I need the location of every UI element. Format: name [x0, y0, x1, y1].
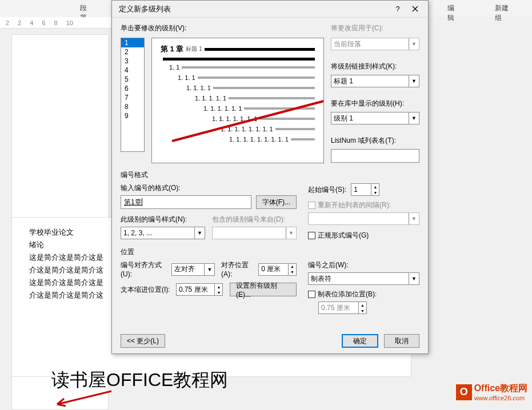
listnum-input[interactable] [331, 149, 419, 163]
spin-up-icon[interactable]: ▲ [289, 264, 296, 270]
wm-title: Office教程网 [474, 383, 527, 395]
follow-number-combo[interactable]: 制表符▼ [308, 272, 419, 285]
ruler-tick: 10 [66, 19, 73, 26]
spin-up-icon[interactable]: ▲ [215, 284, 222, 290]
number-style-combo[interactable]: 1, 2, 3, ...▼ [121, 227, 205, 239]
align-at-label: 对齐位置(A): [221, 260, 255, 278]
align-label: 编号对齐方式(U): [121, 260, 171, 278]
chevron-down-icon: ▼ [194, 227, 205, 239]
office-icon: O [456, 384, 472, 400]
ruler-tick: 4 [30, 19, 33, 26]
ruler[interactable]: 2 2 4 6 8 10 [0, 17, 114, 29]
help-button[interactable]: ? [389, 2, 406, 16]
align-at-spinner[interactable]: 0 厘米▲▼ [258, 263, 297, 276]
spin-up-icon[interactable]: ▲ [371, 184, 379, 190]
spin-down-icon: ▼ [359, 308, 366, 313]
level-item[interactable]: 6 [121, 84, 144, 93]
level-item[interactable]: 3 [121, 57, 144, 66]
dialog-title: 定义新多级列表 [119, 4, 171, 14]
number-format-section: 编号格式 [121, 170, 419, 180]
level-item[interactable]: 1 [121, 38, 144, 47]
chevron-down-icon: ▼ [204, 264, 214, 275]
click-level-label: 单击要修改的级别(V): [121, 23, 186, 33]
level-item[interactable]: 7 [121, 93, 144, 102]
tab-stop-checkbox[interactable] [308, 291, 315, 298]
number-format-input[interactable]: 第1章 [121, 195, 251, 209]
dialog-titlebar[interactable]: 定义新多级列表 ? [112, 1, 428, 18]
restart-combo: ▼ [308, 212, 419, 225]
less-button[interactable]: << 更少(L) [121, 334, 165, 348]
include-from-combo[interactable]: ▼ [212, 227, 297, 239]
legal-checkbox[interactable] [308, 232, 315, 239]
chevron-down-icon: ▼ [286, 227, 296, 239]
tab-stop-spinner: 0.75 厘米▲▼ [318, 302, 367, 314]
ok-button[interactable]: 确定 [342, 334, 378, 348]
legal-checkbox-row[interactable]: 正规形式编号(G) [308, 231, 419, 240]
level-item[interactable]: 4 [121, 66, 144, 75]
level-style-label: 此级别的编号样式(N): [121, 215, 187, 223]
restart-checkbox[interactable] [308, 202, 315, 209]
indent-spinner[interactable]: 0.75 厘米▲▼ [176, 283, 223, 296]
ribbon-newgroup: 新建组 [478, 0, 532, 17]
watermark-text: 读书屋OFFICE教程网 [51, 368, 228, 393]
close-button[interactable] [406, 2, 423, 16]
listnum-label: ListNum 域列表名(T): [331, 136, 419, 146]
tab-stop-checkbox-row[interactable]: 制表位添加位置(B): [308, 290, 419, 299]
set-all-levels-button[interactable]: 设置所有级别(E)... [230, 283, 297, 296]
cancel-button[interactable]: 取消 [384, 334, 419, 348]
level-item[interactable]: 9 [121, 111, 144, 120]
show-level-combo[interactable]: 级别 1▼ [331, 112, 419, 124]
chevron-down-icon: ▼ [409, 38, 419, 50]
ribbon-paragraph: 段落 [63, 0, 110, 17]
enter-format-label: 输入编号的格式(O): [121, 184, 181, 192]
level-item[interactable]: 8 [121, 102, 144, 111]
ruler-tick: 2 [6, 19, 9, 26]
start-at-label: 起始编号(S): [308, 185, 346, 195]
number-align-combo[interactable]: 左对齐▼ [171, 263, 215, 276]
spin-down-icon[interactable]: ▼ [371, 190, 379, 195]
list-preview: 第 1 章标题 1 1. 1 1. 1. 1 1. 1. 1. 1 1. 1. … [151, 38, 324, 163]
chevron-down-icon: ▼ [409, 112, 419, 124]
level-item[interactable]: 5 [121, 75, 144, 84]
office-logo-watermark: O Office教程网 www.office26.com [456, 383, 527, 401]
indent-label: 文本缩进位置(I): [121, 285, 176, 295]
apply-to-combo[interactable]: 当前段落▼ [331, 38, 419, 50]
level-listbox[interactable]: 1 2 3 4 5 6 7 8 9 [121, 38, 145, 152]
show-level-label: 要在库中显示的级别(H): [331, 99, 419, 108]
include-from-label: 包含的级别编号来自(D): [212, 215, 285, 223]
spin-up-icon: ▲ [359, 302, 366, 308]
ruler-tick: 8 [54, 19, 58, 26]
start-at-spinner[interactable]: 1▲▼ [351, 183, 379, 196]
chevron-down-icon: ▼ [409, 273, 419, 284]
chevron-down-icon: ▼ [409, 75, 419, 87]
apply-to-label: 将更改应用于(C): [331, 23, 419, 33]
follow-label: 编号之后(W): [308, 261, 349, 269]
ruler-tick: 2 [18, 19, 21, 26]
pv-level1: 第 1 章 [161, 44, 183, 54]
link-style-label: 将级别链接到样式(K): [331, 62, 419, 71]
close-icon [412, 6, 418, 12]
link-style-combo[interactable]: 标题 1▼ [331, 75, 419, 87]
ribbon-edit: 编辑 [430, 0, 478, 17]
spin-down-icon[interactable]: ▼ [289, 270, 296, 275]
level-item[interactable]: 2 [121, 47, 144, 57]
position-section: 位置 [121, 247, 419, 257]
spin-down-icon[interactable]: ▼ [215, 290, 222, 295]
multilevel-list-dialog: 定义新多级列表 ? 单击要修改的级别(V): 将更改应用于(C): 1 2 3 … [111, 0, 429, 354]
font-button[interactable]: 字体(F)... [256, 195, 297, 209]
ruler-tick: 6 [42, 19, 45, 26]
restart-checkbox-row[interactable]: 重新开始列表的间隔(R): [308, 200, 419, 210]
wm-url: www.office26.com [474, 395, 527, 401]
chevron-down-icon: ▼ [409, 213, 419, 224]
